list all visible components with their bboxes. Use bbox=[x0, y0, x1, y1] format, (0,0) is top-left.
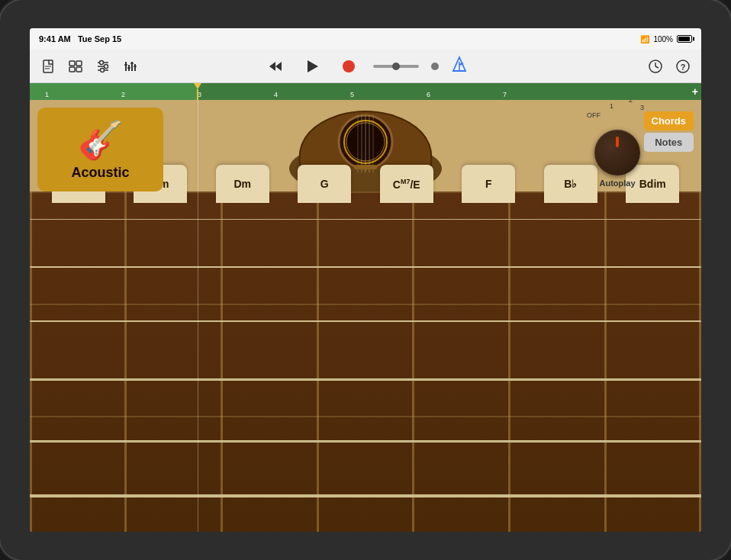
string-1 bbox=[30, 219, 701, 220]
svg-point-24 bbox=[343, 60, 355, 72]
metronome-svg bbox=[451, 56, 468, 72]
volume-slider[interactable] bbox=[373, 65, 419, 68]
chord-g[interactable]: G bbox=[298, 165, 351, 203]
record-icon bbox=[340, 58, 357, 75]
svg-text:?: ? bbox=[681, 62, 686, 71]
timeline-tick-1: 1 bbox=[45, 91, 49, 98]
instrument-name: Acoustic bbox=[71, 165, 129, 181]
chord-dm[interactable]: Dm bbox=[216, 165, 269, 203]
timeline-tick-5: 5 bbox=[350, 91, 354, 98]
svg-rect-6 bbox=[76, 67, 82, 72]
battery-fill bbox=[678, 37, 690, 41]
play-icon bbox=[304, 58, 320, 75]
rewind-button[interactable] bbox=[263, 54, 288, 79]
string-6 bbox=[30, 494, 701, 497]
timeline-tick-2: 2 bbox=[121, 91, 125, 98]
toolbar-center bbox=[256, 54, 475, 79]
fret-3 bbox=[317, 191, 319, 532]
ipad-screen: 9:41 AM Tue Sep 15 📶 100% bbox=[30, 28, 701, 532]
autoplay-label-3: 3 bbox=[640, 104, 644, 111]
timeline-tick-4: 4 bbox=[274, 91, 278, 98]
timeline[interactable]: 1 2 3 4 5 6 7 + bbox=[30, 83, 701, 100]
toolbar-right: ? bbox=[475, 56, 694, 77]
fret-2 bbox=[221, 191, 223, 532]
chord-g-label: G bbox=[320, 178, 329, 190]
new-button[interactable] bbox=[37, 56, 59, 77]
autoplay-section: OFF 1 2 3 4 Autoplay bbox=[587, 111, 648, 188]
tracks-icon bbox=[68, 59, 83, 74]
clock-icon bbox=[648, 59, 663, 74]
help-icon: ? bbox=[675, 59, 691, 74]
fret-7 bbox=[699, 191, 701, 532]
toolbar-left bbox=[37, 56, 256, 77]
equalizer-icon bbox=[123, 59, 138, 74]
chord-dm-label: Dm bbox=[233, 178, 251, 190]
svg-marker-22 bbox=[275, 62, 282, 71]
chord-cm7e-label: CM7/E bbox=[393, 178, 420, 191]
status-time: 9:41 AM bbox=[39, 34, 71, 43]
document-icon bbox=[40, 59, 56, 74]
instrument-panel[interactable]: 🎸 Acoustic bbox=[37, 108, 163, 191]
svg-marker-21 bbox=[269, 62, 275, 71]
play-button[interactable] bbox=[300, 54, 324, 79]
status-date: Tue Sep 15 bbox=[78, 34, 121, 43]
guitar-icon: 🎸 bbox=[78, 119, 124, 162]
svg-point-10 bbox=[100, 60, 104, 64]
record-button[interactable] bbox=[337, 54, 361, 79]
autoplay-off-label: OFF bbox=[587, 111, 601, 119]
svg-rect-5 bbox=[69, 67, 75, 72]
equalizer-button[interactable] bbox=[120, 56, 141, 77]
fretboard bbox=[30, 191, 701, 532]
svg-rect-4 bbox=[76, 61, 82, 66]
autoplay-label-2: 2 bbox=[629, 100, 633, 104]
metronome-icon[interactable] bbox=[451, 56, 468, 76]
autoplay-label-1: 1 bbox=[610, 102, 613, 110]
tempo-dot[interactable] bbox=[431, 63, 439, 70]
fret-4 bbox=[412, 191, 414, 532]
mode-toggle: Chords Notes bbox=[644, 111, 694, 152]
chord-bb-label: B♭ bbox=[564, 178, 577, 190]
svg-point-11 bbox=[105, 64, 108, 68]
autoplay-label: Autoplay bbox=[599, 179, 635, 188]
ipad-frame: 9:41 AM Tue Sep 15 📶 100% bbox=[0, 0, 731, 560]
timeline-track bbox=[30, 83, 198, 100]
svg-marker-23 bbox=[308, 60, 318, 72]
string-4 bbox=[30, 378, 701, 381]
battery-icon bbox=[677, 35, 692, 43]
string-5 bbox=[30, 440, 701, 443]
fret-row-2 bbox=[30, 416, 701, 417]
fret-5 bbox=[508, 191, 510, 532]
autoplay-knob[interactable] bbox=[594, 130, 640, 175]
svg-point-12 bbox=[101, 68, 105, 72]
help-button[interactable]: ? bbox=[672, 56, 694, 77]
toolbar: ? bbox=[30, 50, 701, 83]
fret-6 bbox=[604, 191, 607, 532]
timeline-tick-6: 6 bbox=[427, 91, 430, 98]
svg-line-30 bbox=[655, 66, 659, 68]
notes-button[interactable]: Notes bbox=[644, 133, 694, 152]
battery-percentage: 100% bbox=[653, 35, 673, 43]
chords-button[interactable]: Chords bbox=[644, 111, 694, 130]
status-right: 📶 100% bbox=[640, 35, 692, 43]
fret-0 bbox=[30, 191, 32, 532]
tracks-button[interactable] bbox=[65, 56, 86, 77]
add-track-button[interactable]: + bbox=[692, 85, 698, 98]
chord-cm7e[interactable]: CM7/E bbox=[380, 165, 433, 203]
fret-row-1 bbox=[30, 304, 701, 305]
clock-button[interactable] bbox=[645, 56, 666, 77]
wifi-icon: 📶 bbox=[640, 35, 649, 43]
timeline-tick-7: 7 bbox=[503, 91, 507, 98]
chord-f-label: F bbox=[485, 178, 492, 190]
chord-f[interactable]: F bbox=[462, 165, 515, 203]
timeline-playhead[interactable] bbox=[198, 83, 199, 100]
status-bar: 9:41 AM Tue Sep 15 📶 100% bbox=[30, 28, 701, 50]
rewind-icon bbox=[267, 58, 284, 75]
mixer-icon bbox=[95, 59, 111, 74]
string-3 bbox=[30, 320, 701, 322]
svg-rect-3 bbox=[69, 61, 75, 66]
main-content: 🎸 Acoustic OFF 1 2 3 4 Autoplay Ch bbox=[30, 100, 701, 532]
string-2 bbox=[30, 266, 701, 268]
mixer-button[interactable] bbox=[92, 56, 114, 77]
autoplay-knob-container bbox=[594, 130, 640, 175]
fret-1 bbox=[124, 191, 127, 532]
